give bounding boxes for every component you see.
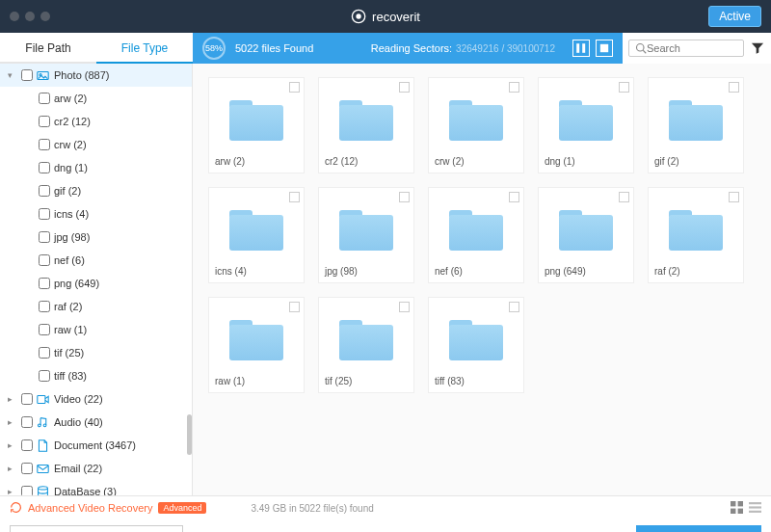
item-checkbox[interactable] — [39, 185, 50, 197]
stop-button[interactable] — [596, 40, 613, 57]
item-checkbox[interactable] — [39, 162, 50, 173]
sidebar-item[interactable]: raf (2) — [39, 295, 192, 318]
item-checkbox[interactable] — [39, 93, 50, 104]
progress-circle: 58% — [202, 37, 226, 60]
sidebar: ▾Photo (887)arw (2)cr2 (12)crw (2)dng (1… — [0, 64, 193, 495]
folder-card[interactable]: arw (2) — [208, 77, 305, 173]
view-toggle — [731, 501, 761, 516]
folder-card[interactable]: gif (2) — [648, 77, 744, 173]
sidebar-item[interactable]: raw (1) — [39, 318, 192, 341]
folder-checkbox[interactable] — [729, 192, 739, 202]
refresh-icon[interactable] — [10, 501, 22, 516]
item-checkbox[interactable] — [39, 370, 50, 382]
sidebar-item[interactable]: tiff (83) — [39, 364, 192, 387]
sidebar-category-database[interactable]: ▸DataBase (3) — [0, 480, 192, 495]
sidebar-category-audio[interactable]: ▸Audio (40) — [0, 411, 192, 434]
folder-card[interactable]: cr2 (12) — [318, 77, 414, 173]
item-label: cr2 (12) — [54, 114, 184, 129]
sidebar-item[interactable]: tif (25) — [39, 341, 192, 364]
item-label: raw (1) — [54, 322, 184, 337]
chevron-right-icon: ▸ — [8, 461, 17, 476]
category-checkbox[interactable] — [21, 416, 33, 428]
folder-checkbox[interactable] — [509, 302, 519, 312]
folder-card[interactable]: dng (1) — [538, 77, 634, 173]
filter-button[interactable] — [750, 40, 765, 56]
max-dot[interactable] — [40, 12, 50, 21]
sidebar-item[interactable]: arw (2) — [39, 87, 192, 110]
recover-button[interactable]: Recover — [636, 525, 761, 532]
list-view-button[interactable] — [749, 501, 761, 516]
folder-card[interactable]: crw (2) — [428, 77, 524, 173]
item-label: tiff (83) — [54, 368, 184, 384]
folder-card[interactable]: raw (1) — [208, 297, 305, 393]
sidebar-item[interactable]: gif (2) — [39, 179, 192, 202]
back-button[interactable]: Back — [10, 525, 183, 532]
min-dot[interactable] — [25, 12, 35, 21]
folder-checkbox[interactable] — [399, 302, 410, 312]
reading-sectors: Reading Sectors: 32649216 / 390100712 — [371, 42, 555, 54]
folder-card[interactable]: png (649) — [538, 187, 634, 283]
folder-checkbox[interactable] — [509, 82, 519, 93]
tab-file-path[interactable]: File Path — [0, 33, 96, 64]
folder-card[interactable]: nef (6) — [428, 187, 524, 283]
sidebar-item[interactable]: dng (1) — [39, 156, 192, 179]
category-checkbox[interactable] — [21, 69, 33, 81]
sidebar-scrollbar[interactable] — [187, 414, 192, 455]
sidebar-category-email[interactable]: ▸Email (22) — [0, 457, 192, 480]
folder-checkbox[interactable] — [399, 192, 410, 202]
sidebar-category-video[interactable]: ▸Video (22) — [0, 387, 192, 411]
folder-card[interactable]: icns (4) — [208, 187, 305, 283]
item-checkbox[interactable] — [39, 278, 50, 289]
item-label: crw (2) — [54, 137, 184, 152]
grid-view-button[interactable] — [731, 501, 743, 516]
item-checkbox[interactable] — [39, 347, 50, 359]
item-checkbox[interactable] — [39, 254, 50, 266]
search-box[interactable] — [628, 40, 744, 57]
folder-label: dng (1) — [545, 156, 575, 167]
folder-icon — [229, 320, 283, 360]
folder-checkbox[interactable] — [619, 82, 629, 93]
sidebar-item[interactable]: cr2 (12) — [39, 110, 192, 133]
folder-card[interactable]: tif (25) — [318, 297, 414, 393]
folder-checkbox[interactable] — [289, 302, 300, 312]
folder-checkbox[interactable] — [399, 82, 410, 93]
folder-checkbox[interactable] — [289, 192, 300, 202]
folder-card[interactable]: raf (2) — [648, 187, 744, 283]
folder-checkbox[interactable] — [619, 192, 629, 202]
folder-card[interactable]: tiff (83) — [428, 297, 524, 393]
search-input[interactable] — [647, 42, 737, 54]
advanced-video-recovery-link[interactable]: Advanced Video Recovery — [28, 502, 152, 514]
sidebar-item[interactable]: crw (2) — [39, 133, 192, 156]
category-checkbox[interactable] — [21, 486, 33, 495]
sidebar-category-photo[interactable]: ▾Photo (887) — [0, 64, 192, 87]
category-checkbox[interactable] — [21, 439, 33, 451]
folder-label: gif (2) — [654, 156, 679, 167]
category-checkbox[interactable] — [21, 463, 33, 474]
chevron-right-icon: ▸ — [8, 391, 17, 407]
item-checkbox[interactable] — [39, 324, 50, 335]
category-checkbox[interactable] — [21, 393, 33, 405]
email-icon — [37, 463, 50, 475]
folder-checkbox[interactable] — [509, 192, 519, 202]
video-icon — [37, 393, 50, 406]
sidebar-item[interactable]: icns (4) — [39, 202, 192, 226]
active-badge[interactable]: Active — [708, 6, 761, 27]
folder-checkbox[interactable] — [289, 82, 300, 93]
item-checkbox[interactable] — [39, 208, 50, 220]
sector-numbers: 32649216 / 390100712 — [456, 43, 555, 54]
folder-checkbox[interactable] — [729, 82, 739, 93]
tab-file-type[interactable]: File Type — [96, 33, 193, 64]
pause-button[interactable] — [572, 40, 590, 57]
close-dot[interactable] — [10, 12, 19, 21]
item-checkbox[interactable] — [39, 301, 50, 312]
sidebar-item[interactable]: nef (6) — [39, 249, 192, 272]
item-checkbox[interactable] — [39, 231, 50, 243]
sidebar-item[interactable]: png (649) — [39, 272, 192, 295]
item-checkbox[interactable] — [39, 139, 50, 150]
window-controls[interactable] — [10, 12, 50, 21]
folder-card[interactable]: jpg (98) — [318, 187, 414, 283]
item-checkbox[interactable] — [39, 116, 50, 127]
sidebar-category-document[interactable]: ▸Document (3467) — [0, 434, 192, 457]
sidebar-item[interactable]: jpg (98) — [39, 226, 192, 249]
svg-point-10 — [38, 423, 40, 426]
